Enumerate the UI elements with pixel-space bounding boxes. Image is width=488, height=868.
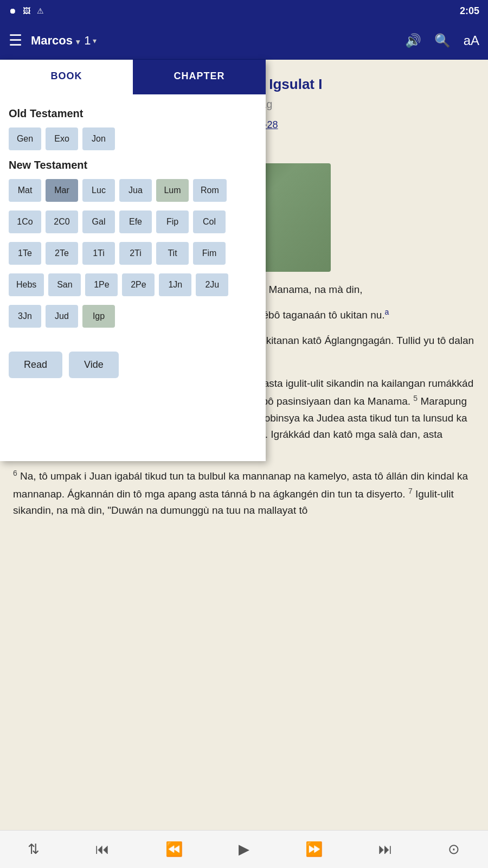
book-gen[interactable]: Gen <box>9 127 41 150</box>
record-icon: ⏺ <box>9 7 16 15</box>
book-selector[interactable]: Marcos ▾ <box>31 34 80 48</box>
new-testament-row3: 1Te 2Te 1Ti 2Ti Tit Fim <box>9 242 257 265</box>
footnote-a: a <box>385 308 389 316</box>
bottom-bar: ⇅ ⏮ ⏪ ▶ ⏩ ⏭ ⊙ <box>0 830 488 868</box>
book-hebs[interactable]: Hebs <box>9 273 44 296</box>
book-2ti[interactable]: 2Ti <box>119 242 152 265</box>
old-testament-books: Gen Exo Jon <box>9 127 257 150</box>
vide-button[interactable]: Vide <box>69 352 119 378</box>
book-dropdown-arrow: ▾ <box>76 37 80 46</box>
book-lum[interactable]: Lum <box>156 179 189 202</box>
settings-icon[interactable]: ⊙ <box>448 841 460 858</box>
new-testament-row2: 1Co 2C0 Gal Efe Fip Col <box>9 210 257 233</box>
book-san[interactable]: San <box>48 273 81 296</box>
read-button[interactable]: Read <box>9 352 62 378</box>
book-2te[interactable]: 2Te <box>46 242 78 265</box>
book-mat[interactable]: Mat <box>9 179 41 202</box>
book-chapter-overlay: BOOK CHAPTER Old Testament Gen Exo Jon N… <box>0 60 266 461</box>
action-buttons: Read Vide <box>0 345 266 389</box>
book-2co[interactable]: 2C0 <box>46 210 78 233</box>
book-1ti[interactable]: 1Ti <box>82 242 115 265</box>
alert-icon: ⚠ <box>37 7 44 15</box>
book-tit[interactable]: Tit <box>156 242 189 265</box>
new-testament-row5: 3Jn Jud Igp <box>9 305 257 328</box>
book-jua[interactable]: Jua <box>119 179 152 202</box>
verse-6: 6 Na, tô umpak i Juan igabál tikud tun t… <box>13 467 475 519</box>
book-1te[interactable]: 1Te <box>9 242 41 265</box>
nav-title-group: Marcos ▾ 1 ▾ <box>31 34 396 48</box>
old-testament-title: Old Testament <box>9 107 257 120</box>
rewind-icon[interactable]: ⏪ <box>165 841 183 858</box>
book-3jn[interactable]: 3Jn <box>9 305 41 328</box>
chapter-dropdown-arrow: ▾ <box>93 36 97 45</box>
book-mar[interactable]: Mar <box>46 179 78 202</box>
tab-bar: BOOK CHAPTER <box>0 60 266 94</box>
new-testament-row4: Hebs San 1Pe 2Pe 1Jn 2Ju <box>9 273 257 296</box>
search-icon[interactable]: 🔍 <box>434 33 451 48</box>
hamburger-menu[interactable]: ☰ <box>9 31 22 49</box>
filter-icon[interactable]: ⇅ <box>28 841 40 858</box>
book-2ju[interactable]: 2Ju <box>196 273 228 296</box>
nav-icons: 🔊 🔍 aA <box>405 33 479 48</box>
skip-back-icon[interactable]: ⏮ <box>95 841 110 858</box>
book-1co[interactable]: 1Co <box>9 210 41 233</box>
tab-chapter[interactable]: CHAPTER <box>133 60 266 94</box>
book-fip[interactable]: Fip <box>156 210 189 233</box>
time-display: 2:05 <box>460 5 479 17</box>
book-1jn[interactable]: 1Jn <box>159 273 191 296</box>
tab-book[interactable]: BOOK <box>0 60 133 94</box>
book-efe[interactable]: Efe <box>119 210 152 233</box>
nav-bar: ☰ Marcos ▾ 1 ▾ 🔊 🔍 aA <box>0 22 488 60</box>
image-icon: 🖼 <box>23 7 30 15</box>
status-icons: ⏺ 🖼 ⚠ <box>9 7 44 15</box>
speaker-icon[interactable]: 🔊 <box>405 33 421 48</box>
book-gal[interactable]: Gal <box>82 210 115 233</box>
new-testament-row1: Mat Mar Luc Jua Lum Rom <box>9 179 257 202</box>
book-col[interactable]: Col <box>193 210 226 233</box>
book-jud[interactable]: Jud <box>46 305 78 328</box>
skip-forward-icon[interactable]: ⏭ <box>378 841 393 858</box>
book-fim[interactable]: Fim <box>193 242 226 265</box>
fast-forward-icon[interactable]: ⏩ <box>305 841 323 858</box>
book-rom[interactable]: Rom <box>193 179 227 202</box>
chapter-selector[interactable]: 1 ▾ <box>84 34 97 48</box>
book-exo[interactable]: Exo <box>46 127 78 150</box>
play-icon[interactable]: ▶ <box>239 841 249 858</box>
book-luc[interactable]: Luc <box>82 179 115 202</box>
new-testament-title: New Testament <box>9 159 257 171</box>
book-2pe[interactable]: 2Pe <box>122 273 155 296</box>
font-icon[interactable]: aA <box>464 33 479 48</box>
book-list: Old Testament Gen Exo Jon New Testament … <box>0 94 266 345</box>
book-jon[interactable]: Jon <box>82 127 115 150</box>
book-1pe[interactable]: 1Pe <box>85 273 118 296</box>
status-bar: ⏺ 🖼 ⚠ 2:05 <box>0 0 488 22</box>
book-igp[interactable]: Igp <box>82 305 115 328</box>
